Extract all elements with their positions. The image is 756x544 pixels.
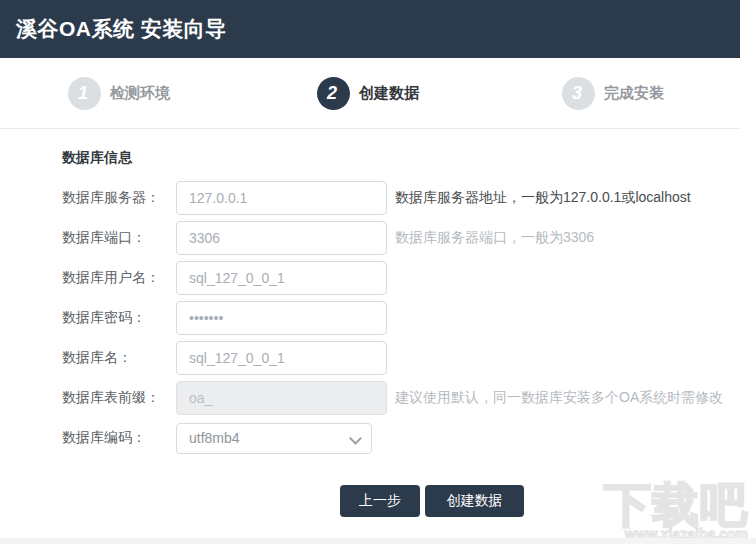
step-finish-install: 3 完成安装	[562, 58, 664, 128]
step-check-environment: 1 检测环境	[68, 58, 170, 128]
db-port-hint: 数据库服务器端口，一般为3306	[395, 229, 594, 247]
app-title: 溪谷OA系统 安装向导	[16, 15, 227, 43]
db-name-input[interactable]	[176, 341, 387, 375]
db-password-input[interactable]	[176, 301, 387, 335]
db-port-label: 数据库端口：	[62, 229, 176, 247]
installer-page: 溪谷OA系统 安装向导 1 检测环境 2 创建数据 3 完成安装 数据库信息 数…	[0, 0, 740, 517]
db-username-input[interactable]	[176, 261, 387, 295]
db-server-hint: 数据库服务器地址，一般为127.0.0.1或localhost	[395, 189, 691, 207]
db-prefix-row: 数据库表前缀： 建议使用默认，同一数据库安装多个OA系统时需修改	[62, 381, 740, 415]
db-server-label: 数据库服务器：	[62, 189, 176, 207]
db-prefix-input	[176, 381, 387, 415]
bottom-strip	[0, 538, 756, 544]
db-username-row: 数据库用户名：	[62, 261, 740, 295]
step-indicator: 1 检测环境 2 创建数据 3 完成安装	[0, 58, 740, 129]
step-3-number-badge: 3	[562, 77, 595, 110]
header: 溪谷OA系统 安装向导	[0, 0, 740, 58]
section-title: 数据库信息	[62, 149, 740, 167]
db-encoding-select-wrap: utf8mb4	[176, 423, 372, 454]
step-2-label: 创建数据	[359, 84, 419, 103]
db-prefix-label: 数据库表前缀：	[62, 389, 176, 407]
step-3-label: 完成安装	[604, 84, 664, 103]
db-password-row: 数据库密码：	[62, 301, 740, 335]
db-encoding-label: 数据库编码：	[62, 429, 176, 447]
db-name-label: 数据库名：	[62, 349, 176, 367]
db-encoding-row: 数据库编码： utf8mb4	[62, 421, 740, 455]
form-actions: 上一步 创建数据	[62, 485, 756, 517]
db-name-row: 数据库名：	[62, 341, 740, 375]
db-port-input[interactable]	[176, 221, 387, 255]
db-server-input[interactable]	[176, 181, 387, 215]
step-1-number-badge: 1	[68, 77, 101, 110]
db-username-label: 数据库用户名：	[62, 269, 176, 287]
step-create-data: 2 创建数据	[317, 58, 419, 128]
create-data-button[interactable]: 创建数据	[425, 485, 524, 517]
step-1-label: 检测环境	[110, 84, 170, 103]
db-server-row: 数据库服务器： 数据库服务器地址，一般为127.0.0.1或localhost	[62, 181, 740, 215]
previous-step-button[interactable]: 上一步	[340, 485, 420, 517]
db-password-label: 数据库密码：	[62, 309, 176, 327]
db-port-row: 数据库端口： 数据库服务器端口，一般为3306	[62, 221, 740, 255]
db-prefix-hint: 建议使用默认，同一数据库安装多个OA系统时需修改	[395, 389, 723, 407]
database-form: 数据库信息 数据库服务器： 数据库服务器地址，一般为127.0.0.1或loca…	[0, 129, 740, 517]
db-encoding-select[interactable]: utf8mb4	[176, 423, 372, 454]
step-2-number-badge: 2	[317, 77, 350, 110]
